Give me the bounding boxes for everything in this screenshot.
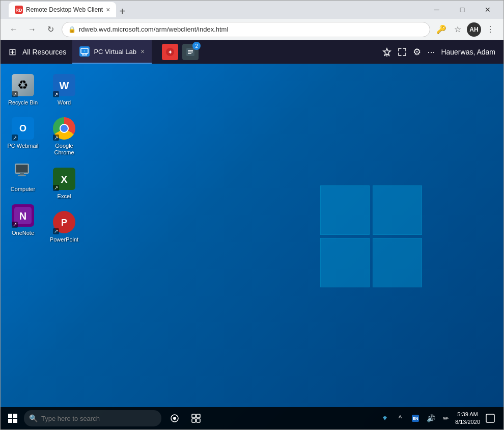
browser-titlebar: RD Remote Desktop Web Client × + ─ □ ✕	[1, 1, 503, 19]
tab-close-button[interactable]: ×	[106, 6, 110, 14]
shortcut-arrow-word: ↗	[53, 91, 59, 97]
tab-title: Remote Desktop Web Client	[26, 6, 103, 13]
rdweb-pin-button[interactable]	[382, 47, 391, 57]
recycle-bin-icon: ♻ ↗	[11, 73, 35, 97]
svg-rect-19	[18, 175, 26, 176]
svg-text:N: N	[19, 210, 26, 222]
system-clock[interactable]: 5:39 AM 8/13/2020	[455, 411, 480, 426]
start-pane-tr	[13, 414, 17, 418]
rdweb-tab-label: PC Virtual Lab	[94, 48, 136, 56]
chrome-label: Google Chrome	[47, 143, 81, 156]
desktop-icon-excel[interactable]: X ↗ Excel	[44, 163, 85, 204]
start-pane-bl	[8, 419, 12, 423]
rdweb-active-tab[interactable]: PC Virtual Lab ×	[72, 40, 152, 64]
shortcut-arrow: ↗	[12, 91, 18, 97]
more-button[interactable]: ⋮	[483, 22, 497, 37]
notification-button[interactable]	[483, 411, 497, 425]
svg-text:✦: ✦	[168, 49, 173, 55]
svg-rect-33	[197, 419, 200, 422]
system-tray: ^ EN 🔊 ✏ 5:39 AM 8/13/2020	[379, 411, 501, 426]
task-view-button[interactable]	[164, 408, 185, 428]
window-controls: ─ □ ✕	[425, 3, 499, 17]
svg-point-29	[173, 417, 176, 420]
clock-date: 8/13/2020	[455, 418, 480, 426]
tab-favicon: RD	[15, 6, 23, 14]
back-button[interactable]: ←	[7, 22, 21, 37]
rdweb-tab-close-button[interactable]: ×	[141, 47, 145, 56]
shortcut-arrow-chrome: ↗	[53, 135, 59, 141]
toolbar-actions: 🔑 ☆ AH ⋮	[434, 22, 497, 37]
rdweb-more-button[interactable]: ···	[427, 47, 435, 58]
rdweb-second-icon[interactable]: 2	[182, 44, 199, 60]
volume-icon[interactable]: 🔊	[425, 412, 437, 424]
new-tab-button[interactable]: +	[119, 6, 125, 17]
svg-point-6	[84, 50, 86, 52]
excel-label: Excel	[58, 193, 71, 200]
avatar-initials: AH	[469, 26, 478, 33]
shortcut-arrow-webmail: ↗	[12, 135, 18, 141]
refresh-button[interactable]: ↻	[43, 22, 58, 37]
start-pane-br	[13, 419, 17, 423]
bookmark-button[interactable]: ☆	[451, 22, 465, 37]
taskbar-search-input[interactable]	[24, 410, 161, 426]
clock-time: 5:39 AM	[455, 411, 480, 418]
browser-tab-active[interactable]: RD Remote Desktop Web Client ×	[9, 2, 116, 17]
powerpoint-icon: P ↗	[52, 210, 76, 234]
recycle-bin-label: Recycle Bin	[8, 99, 38, 106]
rdweb-actions: ⚙ ··· Hauerwas, Adam	[382, 46, 495, 58]
powerpoint-label: PowerPoint	[50, 236, 78, 243]
desktop-icon-pc-webmail[interactable]: O ↗ PC Webmail	[3, 112, 43, 153]
rdweb-grid-button[interactable]: ⊞	[9, 46, 16, 58]
network-icon[interactable]	[379, 412, 391, 424]
user-avatar[interactable]: AH	[467, 22, 481, 37]
logo-pane-br	[373, 238, 422, 287]
rdweb-fullscreen-button[interactable]	[398, 47, 407, 57]
chevron-icon[interactable]: ^	[394, 412, 406, 424]
minimize-button[interactable]: ─	[425, 3, 449, 17]
maximize-button[interactable]: □	[451, 3, 474, 17]
desktop-icon-computer[interactable]: Computer	[3, 155, 43, 197]
svg-text:EN: EN	[413, 416, 418, 421]
rdweb-zendesk-icon[interactable]: ✦	[162, 44, 178, 60]
password-icon-button[interactable]: 🔑	[434, 22, 449, 37]
desktop-icon-google-chrome[interactable]: ↗ Google Chrome	[44, 112, 85, 160]
multitasking-button[interactable]	[186, 408, 206, 428]
lock-icon: 🔒	[68, 26, 76, 33]
address-url: rdweb.wvd.microsoft.com/arm/webclient/in…	[79, 25, 228, 33]
svg-text:W: W	[60, 80, 69, 91]
excel-icon: X ↗	[52, 167, 76, 191]
pc-webmail-label: PC Webmail	[8, 143, 39, 149]
logo-pane-tr	[373, 185, 422, 235]
browser-frame: RD Remote Desktop Web Client × + ─ □ ✕ ←…	[0, 0, 504, 430]
virtual-desktop: ♻ ↗ Recycle Bin O ↗ PC Webmail	[1, 64, 503, 429]
start-button[interactable]	[3, 408, 23, 428]
all-resources-label[interactable]: All Resources	[22, 48, 66, 56]
desktop-icons-col1: ♻ ↗ Recycle Bin O ↗ PC Webmail	[3, 69, 43, 243]
forward-button[interactable]: →	[25, 22, 39, 37]
desktop-icon-word[interactable]: W ↗ Word	[44, 69, 85, 110]
svg-rect-31	[197, 414, 200, 418]
address-bar[interactable]: 🔒 rdweb.wvd.microsoft.com/arm/webclient/…	[62, 22, 430, 37]
logo-pane-tl	[320, 185, 370, 235]
svg-rect-36	[486, 414, 494, 422]
rdweb-badge: 2	[192, 42, 201, 50]
browser-toolbar: ← → ↻ 🔒 rdweb.wvd.microsoft.com/arm/webc…	[1, 19, 503, 40]
word-icon: W ↗	[52, 73, 76, 97]
desktop-icons-col2: W ↗ Word ↗ Google Chrome	[44, 69, 85, 249]
taskbar-search-wrapper: 🔍	[24, 410, 161, 426]
start-pane-tl	[8, 414, 12, 418]
language-icon[interactable]: EN	[409, 412, 422, 424]
logo-pane-bl	[320, 238, 370, 287]
desktop-icon-powerpoint[interactable]: P ↗ PowerPoint	[44, 206, 85, 247]
word-label: Word	[58, 99, 71, 106]
rdweb-app-icons: ✦ 2	[162, 44, 199, 60]
svg-rect-30	[192, 414, 195, 418]
desktop-icon-recycle-bin[interactable]: ♻ ↗ Recycle Bin	[3, 69, 43, 110]
rdweb-bar: ⊞ All Resources PC Virtual Lab × ✦ 2	[1, 40, 503, 64]
chrome-inner	[60, 124, 69, 133]
close-button[interactable]: ✕	[476, 3, 499, 17]
pen-icon[interactable]: ✏	[440, 412, 452, 424]
shortcut-arrow-excel: ↗	[53, 185, 59, 191]
rdweb-settings-button[interactable]: ⚙	[413, 46, 421, 58]
desktop-icon-onenote[interactable]: N ↗ OneNote	[3, 199, 43, 240]
